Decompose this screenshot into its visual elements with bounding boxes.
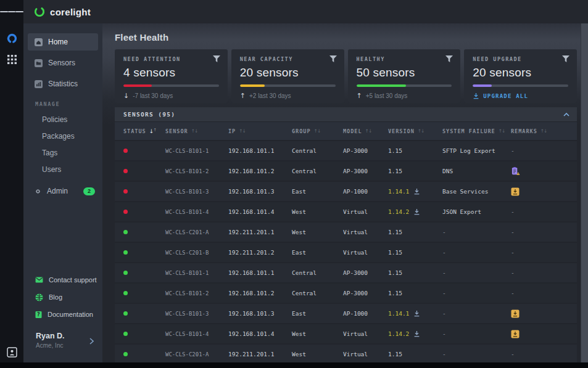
funnel-icon[interactable]: [213, 55, 220, 62]
download-box-icon[interactable]: [511, 330, 577, 338]
sensors-table: SENSORS (95) STATUS↓↑ SENSOR↑↓ IP↑↓ GROU…: [115, 107, 577, 364]
status-dot: [123, 149, 128, 153]
status-dot: [123, 210, 128, 214]
table-row[interactable]: WC-CLS-B101-3192.168.101.3EastAP-10001.1…: [115, 303, 577, 323]
sidebar-item-statistics[interactable]: Statistics: [28, 75, 98, 92]
sidebar: Home Sensors Statistics MANAGE Policies …: [23, 23, 102, 362]
table-row[interactable]: WC-CLS-B101-2192.168.101.2CentralAP-3000…: [115, 282, 577, 303]
link-label: Documentation: [48, 311, 93, 318]
group-cell: West: [292, 208, 343, 215]
apps-grid-icon[interactable]: [0, 52, 23, 67]
system-failure-cell: -: [442, 310, 511, 317]
user-account-row[interactable]: Ryan D. Acme, Inc: [23, 332, 102, 356]
table-row[interactable]: WC-CLS-B101-4192.168.101.4WestVirtual1.1…: [115, 201, 577, 221]
fleet-health-cards: NEED ATTENTION 4 sensors ↓ -7 last 30 da…: [115, 49, 577, 103]
table-row[interactable]: WC-CLS-C201-A192.211.201.1WestVirtual1.1…: [115, 343, 577, 364]
sidebar-item-admin[interactable]: Admin 2: [23, 182, 102, 200]
column-header-group[interactable]: GROUP↑↓: [292, 128, 343, 134]
sort-icon: ↓↑: [149, 128, 156, 134]
table-row[interactable]: WC-CLS-C201-A192.211.201.1WestVirtual1.1…: [115, 221, 577, 242]
table-row[interactable]: WC-CLS-B101-1192.168.101.1CentralAP-3000…: [115, 262, 577, 282]
chevron-up-icon[interactable]: [563, 113, 569, 117]
model-cell: Virtual: [343, 330, 388, 337]
version-cell: 1.14.2: [388, 208, 442, 215]
sidebar-item-packages[interactable]: Packages: [23, 128, 102, 144]
sensor-name-cell: WC-CLS-B101-1: [165, 270, 228, 276]
action-label: UPGRADE ALL: [483, 93, 528, 99]
bottom-strip: [0, 362, 588, 368]
globe-icon: [35, 293, 43, 301]
sidebar-item-policies[interactable]: Policies: [23, 111, 102, 128]
table-row[interactable]: WC-CLS-C201-B192.211.201.2EastVirtual1.1…: [115, 242, 577, 262]
model-cell: AP-3000: [343, 147, 388, 154]
documentation-link[interactable]: ? Documentation: [23, 306, 102, 323]
sidebar-item-label: Sensors: [48, 59, 75, 67]
version-download-icon[interactable]: [413, 330, 420, 337]
model-cell: AP-3000: [343, 290, 388, 296]
card-value: 20 sensors: [473, 66, 568, 80]
sidebar-item-label: Statistics: [48, 80, 78, 88]
status-dot: [123, 332, 128, 336]
system-failure-cell: -: [442, 351, 511, 358]
table-row[interactable]: WC-CLS-B101-4192.168.101.4WestVirtual1.1…: [115, 323, 577, 343]
column-header-status[interactable]: STATUS↓↑: [115, 128, 165, 134]
system-failure-cell: -: [442, 290, 511, 296]
download-box-icon[interactable]: [511, 187, 577, 196]
group-cell: Central: [292, 168, 343, 174]
version-cell: 1.14.1: [388, 310, 442, 317]
card-label: NEAR CAPACITY: [240, 56, 336, 62]
version-download-icon[interactable]: [413, 310, 420, 317]
ip-cell: 192.168.101.3: [228, 310, 292, 317]
table-row[interactable]: WC-CLS-B101-1192.168.101.1CentralAP-3000…: [115, 140, 577, 160]
table-column-headers: STATUS↓↑ SENSOR↑↓ IP↑↓ GROUP↑↓ MODEL↑↓ V…: [115, 122, 577, 140]
table-row[interactable]: WC-CLS-B101-2192.168.101.2CentralAP-3000…: [115, 160, 577, 181]
sidebar-item-tags[interactable]: Tags: [23, 144, 102, 161]
version-download-icon[interactable]: [413, 208, 420, 215]
column-header-sensor[interactable]: SENSOR↑↓: [165, 128, 228, 134]
status-dot: [123, 311, 128, 316]
column-header-version[interactable]: VERSION↑↓: [388, 128, 442, 134]
funnel-icon[interactable]: [329, 55, 337, 62]
ip-cell: 192.168.101.1: [228, 269, 292, 276]
card-trend: ↓ -7 last 30 days: [123, 92, 219, 100]
column-header-remarks[interactable]: REMARKS↑↓: [511, 128, 577, 134]
remarks-cell: -: [511, 290, 577, 296]
contact-support-link[interactable]: Contact support: [23, 271, 102, 288]
sidebar-item-sensors[interactable]: Sensors: [28, 54, 98, 72]
version-cell: 1.15: [388, 229, 442, 235]
group-cell: West: [292, 229, 343, 235]
table-row[interactable]: WC-CLS-B101-3192.168.101.3EastAP-10001.1…: [115, 181, 577, 201]
book-icon: ?: [35, 311, 42, 319]
model-cell: Virtual: [343, 208, 388, 215]
sensor-name-cell: WC-CLS-C201-A: [165, 351, 228, 358]
sidebar-item-users[interactable]: Users: [23, 161, 102, 178]
remarks-cell: -: [511, 351, 577, 358]
icon-rail: [0, 0, 23, 368]
version-download-icon[interactable]: [413, 188, 420, 195]
sensors-panel-header: SENSORS (95): [115, 107, 577, 122]
report-warning-icon[interactable]: [511, 166, 577, 176]
sort-icon: ↑↓: [314, 128, 321, 134]
model-cell: AP-3000: [343, 269, 388, 276]
scrollbar[interactable]: [581, 23, 588, 362]
download-box-icon[interactable]: [511, 309, 577, 318]
sidebar-item-home[interactable]: Home: [28, 33, 98, 51]
menu-icon[interactable]: [0, 0, 23, 23]
status-dot: [123, 271, 128, 275]
funnel-icon[interactable]: [445, 55, 453, 62]
user-badge-icon[interactable]: [0, 345, 23, 359]
funnel-icon[interactable]: [562, 55, 569, 62]
model-cell: Virtual: [343, 249, 388, 256]
column-header-model[interactable]: MODEL↑↓: [343, 128, 388, 134]
group-cell: East: [292, 310, 343, 317]
blog-link[interactable]: Blog: [23, 288, 102, 306]
column-header-system-failure[interactable]: SYSTEM FAILURE↑↓: [442, 128, 511, 134]
column-header-ip[interactable]: IP↑↓: [228, 128, 292, 134]
sensor-name-cell: WC-CLS-B101-3: [165, 189, 228, 195]
mail-icon: [35, 277, 43, 283]
system-failure-cell: SFTP Log Export: [442, 147, 511, 154]
remarks-cell: -: [511, 208, 577, 215]
version-cell: 1.15: [388, 249, 442, 256]
upgrade-all-button[interactable]: UPGRADE ALL: [473, 92, 568, 99]
loop-icon[interactable]: [0, 31, 23, 46]
